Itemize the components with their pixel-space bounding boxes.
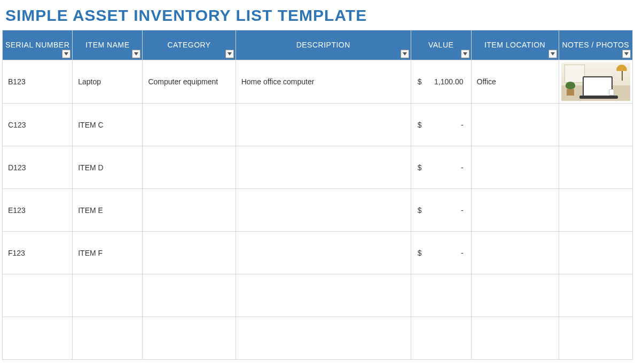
value-amount: -: [461, 249, 464, 257]
cell-notes-photos[interactable]: [559, 60, 632, 104]
cell-item-name[interactable]: ITEM D: [73, 146, 143, 189]
cell-item-name[interactable]: [73, 317, 143, 360]
cell-notes-photos[interactable]: [559, 274, 632, 317]
cell-value[interactable]: $-: [411, 146, 471, 189]
cell-serial-text: F123: [8, 249, 25, 257]
cell-item-name-text: ITEM D: [78, 163, 103, 172]
cell-value[interactable]: $-: [411, 189, 471, 232]
cell-value[interactable]: $-: [411, 232, 471, 274]
svg-marker-6: [624, 52, 629, 56]
filter-dropdown-desc[interactable]: [401, 50, 409, 58]
filter-dropdown-notes[interactable]: [622, 50, 631, 58]
filter-dropdown-serial[interactable]: [62, 50, 70, 58]
value-amount: -: [461, 121, 464, 129]
column-header-label: DESCRIPTION: [236, 41, 411, 50]
cell-item-name-text: ITEM C: [78, 121, 103, 129]
cell-location[interactable]: [471, 189, 559, 232]
filter-dropdown-location[interactable]: [548, 50, 557, 58]
cell-item-name[interactable]: ITEM C: [73, 104, 143, 146]
table-row: B123LaptopComputer equipmentHome office …: [3, 60, 633, 104]
cell-notes-photos[interactable]: [559, 232, 632, 274]
column-header-desc: DESCRIPTION: [236, 30, 411, 60]
cell-location[interactable]: [471, 232, 559, 274]
filter-dropdown-value[interactable]: [461, 50, 469, 58]
cell-value[interactable]: [411, 317, 471, 360]
cell-location[interactable]: [471, 146, 559, 189]
page-title: SIMPLE ASSET INVENTORY LIST TEMPLATE: [0, 0, 635, 30]
column-header-serial: SERIAL NUMBER: [3, 30, 73, 60]
cell-serial[interactable]: C123: [3, 104, 73, 146]
cell-category[interactable]: [143, 104, 236, 146]
cell-notes-photos[interactable]: [559, 317, 632, 360]
cell-location[interactable]: [471, 274, 559, 317]
value-amount: -: [461, 163, 464, 172]
svg-marker-2: [228, 52, 232, 56]
cell-location[interactable]: Office: [471, 60, 559, 104]
inventory-table: SERIAL NUMBERITEM NAMECATEGORYDESCRIPTIO…: [2, 30, 633, 360]
cell-category[interactable]: [143, 274, 236, 317]
currency-symbol: $: [418, 163, 422, 172]
cell-category[interactable]: [143, 146, 236, 189]
cell-serial[interactable]: E123: [3, 189, 73, 232]
cell-description[interactable]: [236, 104, 411, 146]
cell-value[interactable]: [411, 274, 471, 317]
cell-location[interactable]: [471, 104, 559, 146]
column-header-label: ITEM LOCATION: [472, 41, 559, 50]
column-header-location: ITEM LOCATION: [471, 30, 559, 60]
cell-description[interactable]: [236, 274, 411, 317]
cell-location[interactable]: [471, 317, 559, 360]
svg-marker-5: [551, 52, 555, 56]
cell-serial-text: C123: [8, 121, 26, 129]
cell-notes-photos[interactable]: [559, 104, 632, 146]
cell-item-name[interactable]: ITEM F: [73, 232, 143, 274]
svg-marker-1: [134, 52, 138, 56]
table-row: E123ITEM E$-: [3, 189, 633, 232]
cell-category[interactable]: [143, 189, 236, 232]
cell-item-name-text: ITEM E: [78, 206, 103, 215]
cell-notes-photos[interactable]: [559, 189, 632, 232]
table-row: D123ITEM D$-: [3, 146, 633, 189]
value-amount: 1,100.00: [434, 77, 464, 86]
cell-serial[interactable]: B123: [3, 60, 73, 104]
column-header-category: CATEGORY: [143, 30, 236, 60]
table-row: C123ITEM C$-: [3, 104, 633, 146]
cell-category-text: Computer equipment: [148, 77, 218, 86]
cell-serial-text: E123: [8, 206, 26, 215]
cell-category[interactable]: [143, 232, 236, 274]
cell-description[interactable]: [236, 232, 411, 274]
svg-marker-4: [463, 52, 467, 56]
currency-symbol: $: [418, 249, 422, 257]
cell-item-name[interactable]: ITEM E: [73, 189, 143, 232]
cell-serial[interactable]: [3, 274, 73, 317]
cell-category[interactable]: [143, 317, 236, 360]
cell-location-text: Office: [477, 77, 496, 86]
table-row: [3, 274, 633, 317]
cell-description[interactable]: [236, 317, 411, 360]
cell-description[interactable]: Home office computer: [236, 60, 411, 104]
currency-symbol: $: [418, 77, 422, 86]
column-header-label: SERIAL NUMBER: [3, 41, 72, 50]
column-header-notes: NOTES / PHOTOS: [559, 30, 632, 60]
cell-category[interactable]: Computer equipment: [143, 60, 236, 104]
value-amount: -: [461, 206, 464, 215]
cell-value[interactable]: $1,100.00: [411, 60, 471, 104]
column-header-label: ITEM NAME: [73, 41, 142, 50]
cell-serial[interactable]: F123: [3, 232, 73, 274]
cell-description[interactable]: [236, 146, 411, 189]
filter-dropdown-item[interactable]: [132, 50, 140, 58]
cell-serial[interactable]: [3, 317, 73, 360]
cell-serial-text: B123: [8, 77, 26, 86]
filter-dropdown-category[interactable]: [225, 50, 234, 58]
column-header-label: VALUE: [411, 41, 471, 50]
column-header-label: NOTES / PHOTOS: [559, 41, 632, 50]
cell-notes-photos[interactable]: [559, 146, 632, 189]
cell-serial[interactable]: D123: [3, 146, 73, 189]
asset-photo: [561, 62, 630, 101]
cell-value[interactable]: $-: [411, 104, 471, 146]
cell-item-name-text: ITEM F: [78, 249, 103, 257]
cell-description[interactable]: [236, 189, 411, 232]
cell-item-name[interactable]: Laptop: [73, 60, 143, 104]
currency-symbol: $: [418, 121, 422, 129]
cell-description-text: Home office computer: [241, 77, 315, 86]
cell-item-name[interactable]: [73, 274, 143, 317]
